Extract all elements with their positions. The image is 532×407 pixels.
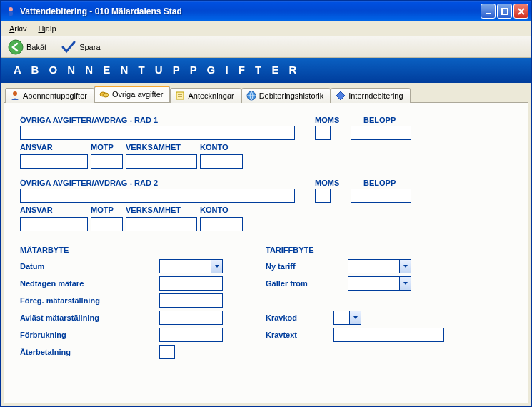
row2-belopp-input[interactable] [351,189,411,203]
tab-abonnentuppgifter[interactable]: Abonnentuppgifter [5,88,94,103]
row1-konto-input[interactable] [200,154,243,169]
aterbetalning-label: Återbetalning [20,348,159,356]
tabstrip: Abonnentuppgifter Övriga avgifter Anteck… [4,86,528,102]
nedtagen-input[interactable] [159,276,223,291]
maximize-button[interactable] [497,4,512,19]
row2-konto-input[interactable] [200,217,243,231]
page-title: A B O N N E N T U P P G I F T E R [1,58,531,83]
nytariff-input[interactable] [348,259,399,273]
kravkod-dropdown-button[interactable] [349,311,361,325]
menu-hjalp[interactable]: Hjälp [32,23,61,34]
svg-point-0 [9,7,13,11]
datum-dropdown-button[interactable] [211,259,223,273]
row2-belopp-label: BELOPP [363,179,396,187]
tab-panel-ovriga-avgifter: ÖVRIGA AVGIFTER/AVDRAG - RAD 1 MOMS BELO… [4,102,528,403]
save-button[interactable]: Spara [58,38,103,56]
row1-moms-input[interactable] [315,126,331,140]
back-button[interactable]: Bakåt [5,38,49,56]
globe-icon [246,91,256,101]
row1-belopp-input[interactable] [351,126,411,140]
gallerfrom-dropdown-button[interactable] [399,276,411,291]
row1-motp-input[interactable] [91,154,123,169]
row1-verksamhet-label: VERKSAMHET [126,143,197,151]
coins-icon [99,89,109,99]
row2-verksamhet-label: VERKSAMHET [126,206,197,214]
row1-verksamhet-input[interactable] [126,154,197,169]
menubar: Arkiv Hjälp [1,21,531,36]
gallerfrom-input[interactable] [348,276,399,291]
foreg-label: Föreg. mätarställning [20,296,159,305]
window-controls [481,4,528,19]
row2-moms-input[interactable] [315,189,331,203]
nytariff-dropdown-button[interactable] [399,259,411,273]
aterbetalning-input[interactable] [159,345,175,359]
forbrukning-input[interactable] [159,328,223,342]
app-window: Vattendebitering - 010 Mälardalens Stad … [0,0,532,407]
row1-description-input[interactable] [20,126,295,140]
checkmark-icon [61,39,76,55]
toolbar: Bakåt Spara [1,36,531,58]
nytariff-label: Ny tariff [266,262,348,271]
person-icon [10,91,20,101]
row1-moms-label: MOMS [315,116,343,124]
kravtext-input[interactable] [333,328,444,342]
svg-rect-1 [9,11,13,16]
row1-motp-label: MOTP [91,143,123,151]
titlebar: Vattendebitering - 010 Mälardalens Stad [1,1,531,21]
foreg-input[interactable] [159,293,223,308]
nedtagen-label: Nedtagen mätare [20,279,159,288]
row1-ansvar-input[interactable] [20,154,88,169]
avgifter-rad2-block: ÖVRIGA AVGIFTER/AVDRAG - RAD 2 MOMS BELO… [20,179,512,231]
row2-description-input[interactable] [20,189,295,203]
matarbyte-section: MÄTARBYTE Datum Nedtagen mätare Föreg. [20,246,223,361]
svg-point-4 [9,40,23,54]
row1-belopp-label: BELOPP [363,116,396,124]
svg-point-7 [103,93,109,97]
row1-title: ÖVRIGA AVGIFTER/AVDRAG - RAD 1 [20,116,295,124]
minimize-button[interactable] [481,4,496,19]
svg-rect-8 [176,92,184,99]
notes-icon [175,91,185,101]
window-title: Vattendebitering - 010 Mälardalens Stad [20,6,481,16]
row2-title: ÖVRIGA AVGIFTER/AVDRAG - RAD 2 [20,179,295,187]
row2-ansvar-input[interactable] [20,217,88,231]
app-icon [5,6,16,17]
forbrukning-label: Förbrukning [20,331,159,339]
avlast-label: Avläst mätarställning [20,313,159,322]
row2-moms-label: MOMS [315,179,343,187]
tab-debiteringshistorik[interactable]: Debiteringshistorik [241,88,331,103]
row2-verksamhet-input[interactable] [126,217,197,231]
datum-input[interactable] [159,259,211,273]
menu-arkiv[interactable]: Arkiv [4,23,32,34]
avgifter-rad1-block: ÖVRIGA AVGIFTER/AVDRAG - RAD 1 MOMS BELO… [20,116,512,169]
back-arrow-icon [8,39,24,55]
save-label: Spara [79,43,100,51]
svg-rect-3 [502,9,508,14]
row2-motp-label: MOTP [91,206,123,214]
kravtext-label: Kravtext [266,331,333,339]
svg-rect-2 [486,13,491,14]
row2-motp-input[interactable] [91,217,123,231]
matarbyte-heading: MÄTARBYTE [20,246,223,254]
tab-anteckningar[interactable]: Anteckningar [170,88,241,103]
content-area: Abonnentuppgifter Övriga avgifter Anteck… [1,83,531,406]
diamond-icon [336,91,346,101]
svg-point-5 [13,91,17,96]
datum-label: Datum [20,262,159,271]
row1-konto-label: KONTO [200,143,243,151]
gallerfrom-label: Gäller from [266,279,348,288]
row2-konto-label: KONTO [200,206,243,214]
tab-ovriga-avgifter[interactable]: Övriga avgifter [94,86,171,102]
tariffbyte-section: TARIFFBYTE Ny tariff Gäller from [266,246,444,361]
tab-interndebitering[interactable]: Interndebitering [331,88,410,103]
tariffbyte-heading: TARIFFBYTE [266,246,444,254]
kravkod-input[interactable] [333,311,349,325]
row1-ansvar-label: ANSVAR [20,143,88,151]
row2-ansvar-label: ANSVAR [20,206,88,214]
kravkod-label: Kravkod [266,313,333,322]
back-label: Bakåt [26,43,46,51]
avlast-input[interactable] [159,311,223,325]
close-button[interactable] [513,4,528,19]
